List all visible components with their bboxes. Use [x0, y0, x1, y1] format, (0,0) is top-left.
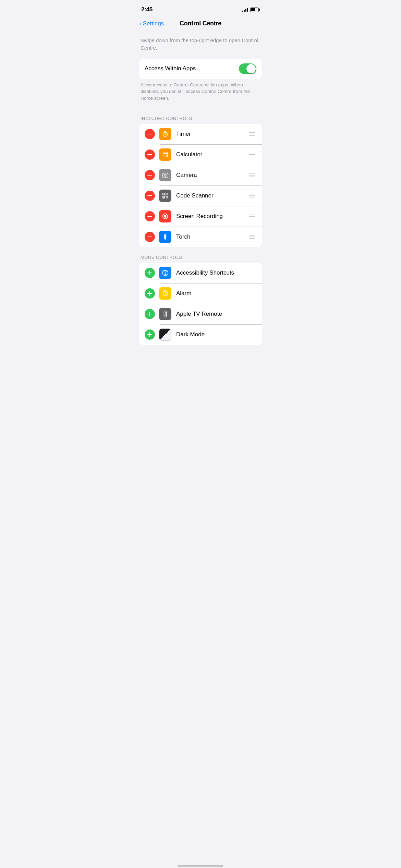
- list-item: Code Scanner: [139, 185, 262, 206]
- back-button[interactable]: ‹ Settings: [139, 20, 164, 27]
- svg-rect-17: [163, 194, 164, 195]
- code-scanner-label: Code Scanner: [176, 192, 247, 199]
- remove-timer-button[interactable]: [145, 129, 155, 139]
- add-apple-tv-remote-button[interactable]: [145, 309, 155, 319]
- swipe-description: Swipe down from the top-right edge to op…: [134, 31, 267, 59]
- timer-drag-handle[interactable]: [247, 131, 256, 137]
- svg-point-26: [164, 215, 166, 218]
- list-item: Torch: [139, 227, 262, 247]
- remove-torch-button[interactable]: [145, 232, 155, 242]
- svg-rect-21: [166, 196, 167, 197]
- svg-rect-23: [166, 197, 167, 198]
- svg-point-7: [163, 155, 164, 156]
- apple-tv-remote-icon: [159, 308, 171, 320]
- remove-code-scanner-button[interactable]: [145, 191, 155, 201]
- list-item: Apple TV Remote: [139, 304, 262, 324]
- more-controls-header: MORE CONTROLS: [134, 247, 267, 263]
- status-icons: [242, 8, 260, 12]
- list-item: Screen Recording: [139, 206, 262, 227]
- remove-screen-recording-button[interactable]: [145, 211, 155, 221]
- svg-point-13: [164, 174, 166, 176]
- included-controls-header: INCLUDED CONTROLS: [134, 108, 267, 124]
- svg-line-34: [167, 292, 168, 292]
- chevron-left-icon: ‹: [139, 20, 142, 27]
- dark-mode-label: Dark Mode: [176, 331, 256, 338]
- list-item: Accessibility Shortcuts: [139, 263, 262, 283]
- code-scanner-drag-handle[interactable]: [247, 193, 256, 199]
- torch-label: Torch: [176, 233, 247, 240]
- calculator-icon: [159, 148, 171, 161]
- more-controls-list: Accessibility Shortcuts Alarm: [139, 263, 262, 345]
- accessibility-shortcuts-label: Accessibility Shortcuts: [176, 269, 256, 276]
- list-item: Calculator: [139, 144, 262, 165]
- calculator-label: Calculator: [176, 151, 247, 158]
- list-item: Alarm: [139, 283, 262, 304]
- page-title: Control Centre: [180, 20, 221, 27]
- battery-icon: [250, 8, 260, 12]
- screen-recording-drag-handle[interactable]: [247, 213, 256, 220]
- remove-calculator-button[interactable]: [145, 149, 155, 160]
- svg-rect-22: [167, 197, 168, 198]
- included-controls-list: Timer Calc: [139, 124, 262, 247]
- alarm-icon: [159, 287, 171, 300]
- access-within-apps-toggle[interactable]: [239, 63, 256, 74]
- signal-icon: [242, 8, 248, 12]
- svg-point-8: [165, 155, 166, 156]
- add-accessibility-shortcuts-button[interactable]: [145, 268, 155, 278]
- list-item: Timer: [139, 124, 262, 144]
- calculator-drag-handle[interactable]: [247, 152, 256, 158]
- remove-camera-button[interactable]: [145, 170, 155, 180]
- screen-recording-label: Screen Recording: [176, 213, 247, 220]
- dark-mode-icon: [159, 328, 171, 341]
- navigation-bar: ‹ Settings Control Centre: [134, 17, 267, 31]
- svg-rect-18: [167, 194, 167, 195]
- torch-icon: [159, 231, 171, 243]
- svg-line-33: [163, 292, 164, 292]
- status-time: 2:45: [141, 6, 153, 13]
- accessibility-shortcuts-icon: [159, 267, 171, 279]
- status-bar: 2:45: [134, 0, 267, 17]
- svg-point-10: [163, 156, 164, 157]
- list-item: Dark Mode: [139, 324, 262, 345]
- svg-line-32: [165, 294, 166, 294]
- camera-label: Camera: [176, 172, 247, 179]
- camera-icon: [159, 169, 171, 181]
- list-item: Camera: [139, 165, 262, 185]
- svg-point-36: [165, 312, 166, 313]
- access-within-apps-description: Allow access to Control Centre within ap…: [134, 79, 267, 109]
- toggle-knob: [246, 64, 256, 73]
- timer-label: Timer: [176, 131, 247, 137]
- add-alarm-button[interactable]: [145, 288, 155, 299]
- back-label: Settings: [143, 20, 164, 27]
- content-area: Swipe down from the top-right edge to op…: [134, 31, 267, 355]
- alarm-label: Alarm: [176, 290, 256, 297]
- screen-recording-icon: [159, 210, 171, 222]
- apple-tv-remote-label: Apple TV Remote: [176, 311, 256, 317]
- access-within-apps-label: Access Within Apps: [145, 65, 196, 72]
- camera-drag-handle[interactable]: [247, 172, 256, 179]
- svg-point-11: [165, 156, 166, 157]
- torch-drag-handle[interactable]: [247, 234, 256, 240]
- access-within-apps-row: Access Within Apps: [139, 59, 262, 79]
- svg-point-12: [166, 156, 167, 157]
- timer-icon: [159, 128, 171, 140]
- svg-rect-24: [167, 196, 168, 197]
- code-scanner-icon: [159, 190, 171, 202]
- add-dark-mode-button[interactable]: [145, 329, 155, 340]
- svg-rect-6: [163, 153, 167, 154]
- svg-rect-19: [163, 197, 164, 198]
- access-within-apps-card: Access Within Apps: [139, 59, 262, 79]
- svg-point-9: [166, 155, 167, 156]
